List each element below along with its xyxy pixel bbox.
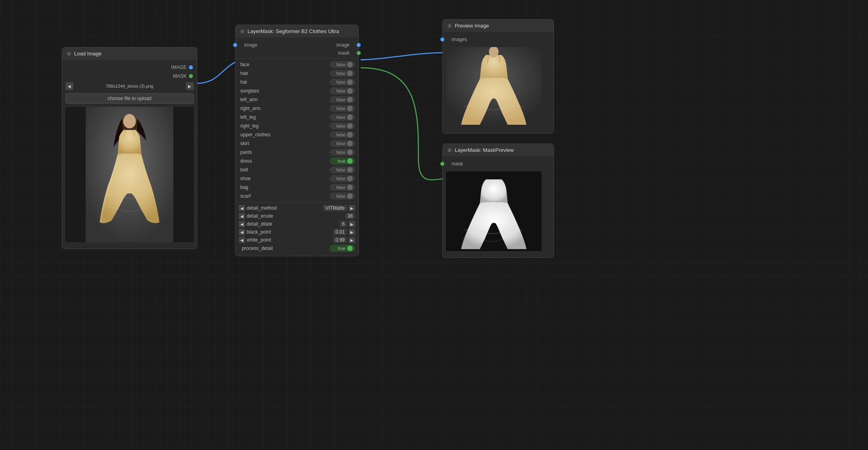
detail-method-value: VITMatte	[323, 205, 347, 211]
detail-erode-prev[interactable]: ◀	[239, 213, 245, 219]
detail-dilate-next[interactable]: ▶	[349, 221, 355, 227]
mask-preview-port-row: mask	[443, 159, 554, 168]
param-value-pants: false	[336, 150, 346, 155]
param-row-hat: hatfalse	[236, 78, 358, 86]
black-point-label: black_point	[247, 229, 271, 235]
detail-method-next[interactable]: ▶	[349, 205, 355, 211]
black-point-prev[interactable]: ◀	[239, 229, 245, 235]
param-circle-dress	[347, 158, 353, 164]
param-label-pants: pants	[239, 149, 328, 155]
param-toggle-shoe[interactable]: false	[330, 175, 355, 182]
param-circle-right_leg	[347, 123, 353, 129]
white-point-value: 0.99	[333, 237, 347, 243]
param-toggle-belt[interactable]: false	[330, 166, 355, 173]
preview-image-status-dot	[448, 24, 452, 28]
preview-image-body: images	[443, 32, 554, 133]
black-point-next[interactable]: ▶	[349, 229, 355, 235]
mask-preview-header: LayerMask: MaskPreview	[443, 144, 554, 156]
mask-dress-svg	[446, 171, 542, 251]
param-toggle-upper_clothes[interactable]: false	[330, 131, 355, 138]
param-circle-hat	[347, 79, 353, 85]
preview-image-node: Preview Image images	[442, 19, 554, 134]
param-row-bag: bagfalse	[236, 183, 358, 192]
param-circle-hair	[347, 71, 353, 76]
detail-erode-value: 38	[345, 213, 355, 219]
next-image-button[interactable]: ▶	[186, 82, 194, 90]
param-toggle-hat[interactable]: false	[330, 79, 355, 86]
param-row-belt: beltfalse	[236, 165, 358, 174]
white-point-prev[interactable]: ◀	[239, 237, 245, 243]
param-toggle-face[interactable]: false	[330, 61, 355, 68]
mask-output-port[interactable]	[189, 74, 193, 78]
param-value-left_leg: false	[336, 115, 346, 120]
process-detail-value: true	[338, 246, 346, 251]
mask-preview-input-port[interactable]	[440, 162, 444, 166]
param-toggle-left_arm[interactable]: false	[330, 96, 355, 103]
layermask-mask-output-port[interactable]	[357, 51, 361, 55]
param-circle-sunglass	[347, 88, 353, 94]
layermask-image-output-port[interactable]	[357, 43, 361, 47]
white-point-row: ◀ white_point 0.99 ▶	[236, 236, 358, 244]
param-toggle-dress[interactable]: true	[330, 157, 355, 165]
param-toggle-sunglass[interactable]: false	[330, 87, 355, 94]
prev-image-button[interactable]: ◀	[65, 82, 73, 90]
param-row-pants: pantsfalse	[236, 148, 358, 157]
param-row-left_leg: left_legfalse	[236, 113, 358, 122]
param-value-belt: false	[336, 167, 346, 172]
param-toggle-hair[interactable]: false	[330, 70, 355, 77]
param-label-hair: hair	[239, 71, 328, 76]
param-row-skirt: skirtfalse	[236, 139, 358, 148]
param-circle-pants	[347, 149, 353, 155]
param-value-sunglass: false	[336, 88, 346, 93]
preview-image-header: Preview Image	[443, 20, 554, 32]
detail-erode-row: ◀ detail_erode 38	[236, 212, 358, 220]
image-filename-label: 768x1344_dress (3).png	[75, 84, 184, 88]
image-output-port[interactable]	[189, 65, 193, 69]
layermask-image-ports: image image	[236, 41, 358, 49]
param-label-bag: bag	[239, 185, 328, 190]
param-value-skirt: false	[336, 141, 346, 146]
param-circle-shoe	[347, 176, 353, 181]
param-toggle-skirt[interactable]: false	[330, 140, 355, 147]
layermask-body: image image mask facefalsehairfalsehatfa…	[236, 37, 358, 256]
preview-dress-svg	[446, 47, 542, 127]
load-image-image-output: IMAGE	[62, 63, 197, 72]
param-rows-container: facefalsehairfalsehatfalsesunglassfalsel…	[236, 60, 358, 200]
preview-image-input-port[interactable]	[440, 37, 444, 41]
param-toggle-scarf[interactable]: false	[330, 193, 355, 200]
layermask-node: LayerMask: Segformer B2 Clothes Ultra im…	[235, 25, 359, 256]
upload-button[interactable]: choose file to upload	[65, 93, 194, 104]
param-row-right_arm: right_armfalse	[236, 104, 358, 113]
param-label-upper_clothes: upper_clothes	[239, 132, 328, 138]
detail-dilate-row: ◀ detail_dilate 6 ▶	[236, 220, 358, 228]
param-toggle-right_arm[interactable]: false	[330, 105, 355, 112]
load-image-nav-row: ◀ 768x1344_dress (3).png ▶	[62, 81, 197, 92]
mask-preview-body: mask	[443, 156, 554, 257]
param-label-right_arm: right_arm	[239, 106, 328, 111]
param-toggle-right_leg[interactable]: false	[330, 122, 355, 130]
process-detail-toggle[interactable]: true	[330, 245, 355, 252]
mask-preview-title: LayerMask: MaskPreview	[455, 147, 514, 153]
param-row-scarf: scarffalse	[236, 192, 358, 200]
layermask-title: LayerMask: Segformer B2 Clothes Ultra	[247, 28, 339, 34]
layermask-image-input-label: image	[240, 42, 257, 48]
detail-dilate-prev[interactable]: ◀	[239, 221, 245, 227]
param-label-skirt: skirt	[239, 141, 328, 146]
layermask-mask-output-label: mask	[338, 50, 353, 56]
param-circle-belt	[347, 167, 353, 173]
param-value-face: false	[336, 62, 346, 67]
param-label-shoe: shoe	[239, 176, 328, 181]
param-toggle-bag[interactable]: false	[330, 184, 355, 191]
param-toggle-left_leg[interactable]: false	[330, 114, 355, 121]
white-point-next[interactable]: ▶	[349, 237, 355, 243]
layermask-image-input-port[interactable]	[233, 43, 237, 47]
detail-method-prev[interactable]: ◀	[239, 205, 245, 211]
layermask-status-dot	[240, 29, 244, 33]
param-circle-face	[347, 62, 353, 67]
layermask-header: LayerMask: Segformer B2 Clothes Ultra	[236, 25, 358, 37]
param-label-belt: belt	[239, 167, 328, 173]
preview-image-port-row: images	[443, 35, 554, 44]
param-toggle-pants[interactable]: false	[330, 149, 355, 156]
param-row-upper_clothes: upper_clothesfalse	[236, 130, 358, 139]
load-image-mask-output: MASK	[62, 72, 197, 81]
